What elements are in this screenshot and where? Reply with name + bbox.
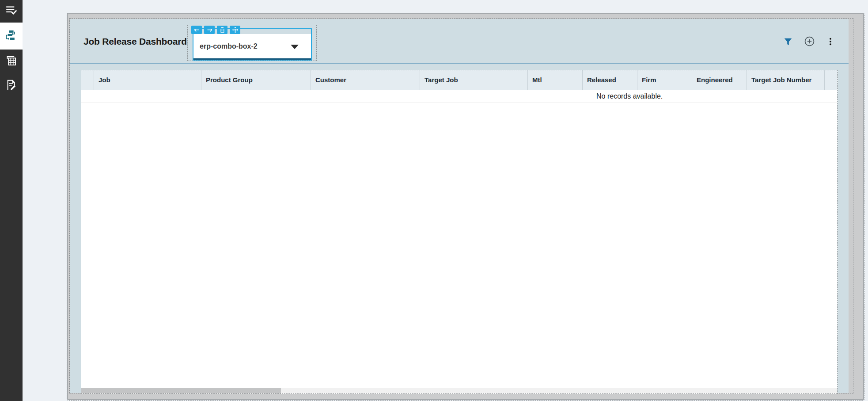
- combo-box-selection-outline: erp-combo-box-2: [187, 25, 317, 61]
- column-header-target-job[interactable]: Target Job: [420, 70, 528, 90]
- combo-box-field[interactable]: erp-combo-box-2: [193, 34, 311, 60]
- filter-icon[interactable]: [782, 36, 794, 47]
- document-edit-icon: [5, 79, 17, 93]
- column-header-engineered[interactable]: Engineered: [692, 70, 747, 90]
- combo-box-label: erp-combo-box-2: [200, 34, 258, 58]
- page-header-band: Job Release Dashboard: [70, 19, 849, 64]
- horizontal-scrollbar-track[interactable]: [81, 388, 837, 393]
- sidebar-item-app-flow[interactable]: [0, 23, 23, 50]
- overflow-menu-icon[interactable]: [825, 36, 836, 47]
- grid-header-row: JobProduct GroupCustomerTarget JobMtlRel…: [81, 70, 837, 90]
- chevron-down-icon: [291, 45, 299, 49]
- grid-empty-row: No records available.: [81, 90, 837, 103]
- designer-canvas: Job Release Dashboard: [67, 13, 864, 400]
- column-header-product-group[interactable]: Product Group: [201, 70, 311, 90]
- flow-icon: [5, 29, 17, 43]
- left-nav-rail: [0, 0, 23, 401]
- column-header-mtl[interactable]: Mtl: [528, 70, 583, 90]
- column-header-released[interactable]: Released: [583, 70, 637, 90]
- combo-box-highlight: erp-combo-box-2: [193, 28, 312, 61]
- checklist-icon: [5, 4, 17, 18]
- page-selection-outline: Job Release Dashboard: [69, 18, 853, 393]
- page-title: Job Release Dashboard: [83, 19, 187, 64]
- sidebar-item-layouts[interactable]: [0, 50, 23, 74]
- layered-grid-icon: [5, 55, 17, 69]
- column-header-target-job-number[interactable]: Target Job Number: [747, 70, 825, 90]
- column-header-selector[interactable]: [81, 70, 94, 90]
- column-header-customer[interactable]: Customer: [311, 70, 420, 90]
- sidebar-item-data-rules[interactable]: [0, 74, 23, 98]
- page-surface: Job Release Dashboard: [70, 19, 849, 393]
- horizontal-scrollbar-thumb[interactable]: [81, 388, 281, 393]
- header-actions: [782, 19, 836, 64]
- column-header-job[interactable]: Job: [94, 70, 201, 90]
- job-grid-panel: JobProduct GroupCustomerTarget JobMtlRel…: [81, 70, 838, 394]
- column-header-firm[interactable]: Firm: [637, 70, 692, 90]
- grid-empty-message: No records available.: [596, 90, 663, 103]
- add-circle-icon[interactable]: [804, 36, 815, 47]
- sidebar-item-preview-tasks[interactable]: [0, 0, 23, 23]
